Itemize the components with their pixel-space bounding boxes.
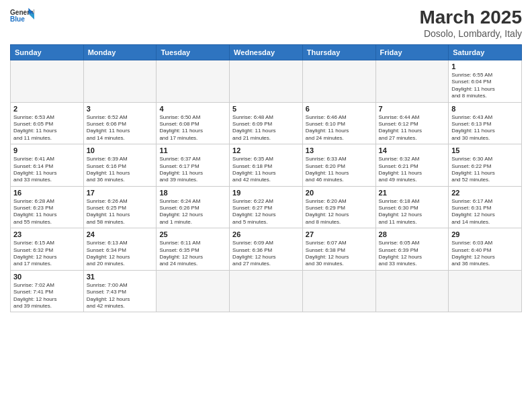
- calendar-cell: 16Sunrise: 6:28 AM Sunset: 6:23 PM Dayli…: [11, 186, 84, 228]
- day-info: Sunrise: 6:09 AM Sunset: 6:36 PM Dayligh…: [232, 240, 300, 268]
- calendar-cell: [302, 270, 375, 312]
- day-number: 10: [87, 146, 154, 154]
- calendar-title: March 2025: [419, 7, 522, 28]
- calendar-cell: 15Sunrise: 6:30 AM Sunset: 6:22 PM Dayli…: [449, 144, 522, 187]
- calendar-cell: 4Sunrise: 6:50 AM Sunset: 6:08 PM Daylig…: [157, 102, 230, 144]
- day-info: Sunrise: 6:39 AM Sunset: 6:16 PM Dayligh…: [87, 156, 154, 184]
- day-info: Sunrise: 6:44 AM Sunset: 6:12 PM Dayligh…: [379, 114, 446, 142]
- calendar-cell: [157, 270, 230, 312]
- weekday-header-tuesday: Tuesday: [157, 45, 230, 60]
- calendar-cell: [449, 270, 522, 312]
- day-number: 27: [306, 230, 373, 238]
- calendar-cell: [302, 60, 375, 103]
- calendar-cell: 9Sunrise: 6:41 AM Sunset: 6:14 PM Daylig…: [11, 144, 84, 187]
- calendar-cell: 20Sunrise: 6:20 AM Sunset: 6:29 PM Dayli…: [302, 186, 375, 228]
- calendar-cell: [230, 270, 303, 312]
- calendar-cell: 10Sunrise: 6:39 AM Sunset: 6:16 PM Dayli…: [83, 144, 157, 187]
- calendar-cell: [230, 60, 303, 103]
- day-number: 23: [13, 230, 81, 238]
- calendar-cell: 25Sunrise: 6:11 AM Sunset: 6:35 PM Dayli…: [157, 228, 230, 271]
- day-info: Sunrise: 6:43 AM Sunset: 6:13 PM Dayligh…: [451, 114, 519, 142]
- calendar-week-6: 30Sunrise: 7:02 AM Sunset: 7:41 PM Dayli…: [11, 270, 522, 312]
- day-number: 25: [159, 230, 226, 238]
- day-number: 28: [379, 230, 446, 238]
- day-number: 18: [159, 189, 226, 197]
- weekday-header-saturday: Saturday: [449, 45, 522, 60]
- calendar-week-2: 2Sunrise: 6:53 AM Sunset: 6:05 PM Daylig…: [11, 102, 522, 144]
- day-info: Sunrise: 6:07 AM Sunset: 6:38 PM Dayligh…: [306, 240, 373, 268]
- calendar-cell: 13Sunrise: 6:33 AM Sunset: 6:20 PM Dayli…: [302, 144, 375, 187]
- day-number: 4: [159, 105, 226, 113]
- calendar-week-1: 1Sunrise: 6:55 AM Sunset: 6:04 PM Daylig…: [11, 60, 522, 103]
- day-number: 12: [232, 146, 300, 154]
- calendar-cell: [375, 270, 449, 312]
- calendar-cell: 3Sunrise: 6:52 AM Sunset: 6:06 PM Daylig…: [83, 102, 157, 144]
- page: General Blue March 2025 Dosolo, Lombardy…: [0, 0, 532, 411]
- calendar-cell: [375, 60, 449, 103]
- title-block: March 2025 Dosolo, Lombardy, Italy: [419, 7, 522, 39]
- calendar-cell: 12Sunrise: 6:35 AM Sunset: 6:18 PM Dayli…: [230, 144, 303, 187]
- day-number: 6: [306, 105, 373, 113]
- weekday-header-row: SundayMondayTuesdayWednesdayThursdayFrid…: [11, 45, 522, 60]
- calendar-cell: 22Sunrise: 6:17 AM Sunset: 6:31 PM Dayli…: [449, 186, 522, 228]
- day-info: Sunrise: 6:35 AM Sunset: 6:18 PM Dayligh…: [232, 156, 300, 184]
- day-info: Sunrise: 6:48 AM Sunset: 6:09 PM Dayligh…: [232, 114, 300, 142]
- calendar-cell: 29Sunrise: 6:03 AM Sunset: 6:40 PM Dayli…: [449, 228, 522, 271]
- svg-text:Blue: Blue: [10, 15, 25, 23]
- calendar-table: SundayMondayTuesdayWednesdayThursdayFrid…: [10, 44, 522, 312]
- day-info: Sunrise: 7:00 AM Sunset: 7:43 PM Dayligh…: [87, 282, 154, 310]
- calendar-cell: 23Sunrise: 6:15 AM Sunset: 6:32 PM Dayli…: [11, 228, 84, 271]
- generalblue-icon: General Blue: [10, 7, 34, 26]
- day-number: 31: [87, 273, 154, 281]
- calendar-cell: 5Sunrise: 6:48 AM Sunset: 6:09 PM Daylig…: [230, 102, 303, 144]
- calendar-cell: 8Sunrise: 6:43 AM Sunset: 6:13 PM Daylig…: [449, 102, 522, 144]
- weekday-header-monday: Monday: [83, 45, 157, 60]
- day-info: Sunrise: 6:26 AM Sunset: 6:25 PM Dayligh…: [87, 198, 154, 226]
- day-info: Sunrise: 6:53 AM Sunset: 6:05 PM Dayligh…: [13, 114, 81, 142]
- day-info: Sunrise: 6:24 AM Sunset: 6:26 PM Dayligh…: [159, 198, 226, 226]
- day-info: Sunrise: 6:11 AM Sunset: 6:35 PM Dayligh…: [159, 240, 226, 268]
- calendar-cell: [157, 60, 230, 103]
- calendar-cell: 7Sunrise: 6:44 AM Sunset: 6:12 PM Daylig…: [375, 102, 449, 144]
- day-info: Sunrise: 7:02 AM Sunset: 7:41 PM Dayligh…: [13, 282, 81, 310]
- calendar-cell: 18Sunrise: 6:24 AM Sunset: 6:26 PM Dayli…: [157, 186, 230, 228]
- calendar-week-5: 23Sunrise: 6:15 AM Sunset: 6:32 PM Dayli…: [11, 228, 522, 271]
- day-info: Sunrise: 6:15 AM Sunset: 6:32 PM Dayligh…: [13, 240, 81, 268]
- day-number: 26: [232, 230, 300, 238]
- day-info: Sunrise: 6:30 AM Sunset: 6:22 PM Dayligh…: [451, 156, 519, 184]
- day-info: Sunrise: 6:50 AM Sunset: 6:08 PM Dayligh…: [159, 114, 226, 142]
- header: General Blue March 2025 Dosolo, Lombardy…: [10, 7, 522, 39]
- calendar-week-3: 9Sunrise: 6:41 AM Sunset: 6:14 PM Daylig…: [11, 144, 522, 187]
- calendar-subtitle: Dosolo, Lombardy, Italy: [419, 28, 522, 39]
- day-info: Sunrise: 6:28 AM Sunset: 6:23 PM Dayligh…: [13, 198, 81, 226]
- calendar-week-4: 16Sunrise: 6:28 AM Sunset: 6:23 PM Dayli…: [11, 186, 522, 228]
- day-number: 22: [451, 189, 519, 197]
- day-info: Sunrise: 6:37 AM Sunset: 6:17 PM Dayligh…: [159, 156, 226, 184]
- day-number: 24: [87, 230, 154, 238]
- calendar-cell: 6Sunrise: 6:46 AM Sunset: 6:10 PM Daylig…: [302, 102, 375, 144]
- day-info: Sunrise: 6:17 AM Sunset: 6:31 PM Dayligh…: [451, 198, 519, 226]
- day-number: 2: [13, 105, 81, 113]
- weekday-header-wednesday: Wednesday: [230, 45, 303, 60]
- calendar-cell: 30Sunrise: 7:02 AM Sunset: 7:41 PM Dayli…: [11, 270, 84, 312]
- calendar-cell: 17Sunrise: 6:26 AM Sunset: 6:25 PM Dayli…: [83, 186, 157, 228]
- day-number: 3: [87, 105, 154, 113]
- svg-marker-3: [28, 13, 34, 19]
- day-info: Sunrise: 6:52 AM Sunset: 6:06 PM Dayligh…: [87, 114, 154, 142]
- calendar-cell: 24Sunrise: 6:13 AM Sunset: 6:34 PM Dayli…: [83, 228, 157, 271]
- day-number: 14: [379, 146, 446, 154]
- weekday-header-friday: Friday: [375, 45, 449, 60]
- day-number: 16: [13, 189, 81, 197]
- day-info: Sunrise: 6:46 AM Sunset: 6:10 PM Dayligh…: [306, 114, 373, 142]
- calendar-cell: 26Sunrise: 6:09 AM Sunset: 6:36 PM Dayli…: [230, 228, 303, 271]
- weekday-header-sunday: Sunday: [11, 45, 84, 60]
- day-number: 11: [159, 146, 226, 154]
- calendar-cell: 19Sunrise: 6:22 AM Sunset: 6:27 PM Dayli…: [230, 186, 303, 228]
- calendar-cell: 27Sunrise: 6:07 AM Sunset: 6:38 PM Dayli…: [302, 228, 375, 271]
- day-number: 8: [451, 105, 519, 113]
- day-info: Sunrise: 6:05 AM Sunset: 6:39 PM Dayligh…: [379, 240, 446, 268]
- day-number: 1: [451, 62, 519, 71]
- day-number: 7: [379, 105, 446, 113]
- calendar-cell: 31Sunrise: 7:00 AM Sunset: 7:43 PM Dayli…: [83, 270, 157, 312]
- day-info: Sunrise: 6:32 AM Sunset: 6:21 PM Dayligh…: [379, 156, 446, 184]
